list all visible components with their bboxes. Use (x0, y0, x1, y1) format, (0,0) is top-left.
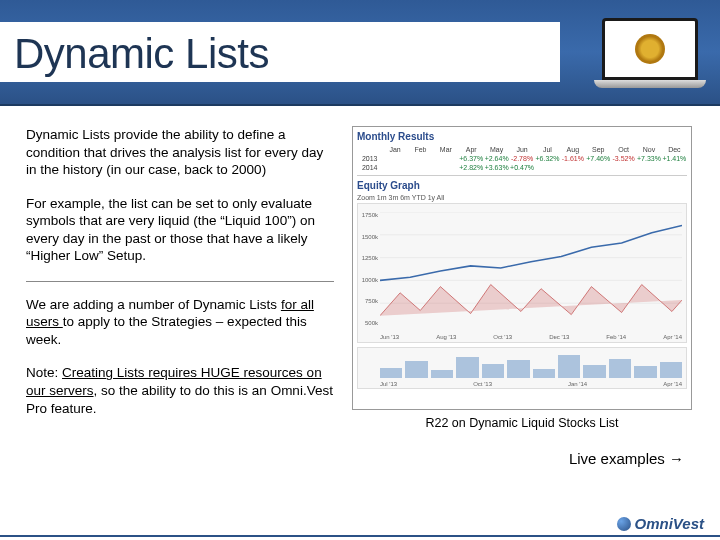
volume-x-axis: Jul '13Oct '13 Jan '14Apr '14 (380, 381, 682, 387)
invested-series (380, 285, 682, 316)
laptop-icon (594, 18, 706, 94)
volume-bar-chart: Jul '13Oct '13 Jan '14Apr '14 (357, 347, 687, 389)
slide-header: Dynamic Lists (0, 0, 720, 106)
chart-caption: R22 on Dynamic Liquid Stocks List (352, 416, 692, 430)
equity-line-chart: 1750k1500k 1250k1000k 750k500k (357, 203, 687, 343)
monthly-results-label: Monthly Results (357, 131, 687, 142)
table-row: 2013 +6.37%+2.64% -2.78%+6.32% -1.61%+7.… (357, 154, 687, 163)
paragraph-intro: Dynamic Lists provide the ability to def… (26, 126, 334, 179)
paragraph-example: For example, the list can be set to only… (26, 195, 334, 265)
footer-divider (0, 535, 720, 537)
brand-text: OmniVest (635, 515, 704, 532)
y-axis: 1750k1500k 1250k1000k 750k500k (360, 212, 378, 326)
equity-graph-label: Equity Graph (357, 180, 687, 191)
chart-column: Monthly Results JanFebMar AprMayJun JulA… (352, 126, 692, 467)
volume-bars (380, 352, 682, 378)
paragraph-note: Note: Creating Lists requires HUGE resou… (26, 364, 334, 417)
globe-icon (617, 517, 631, 531)
page-title: Dynamic Lists (14, 30, 269, 78)
divider (26, 281, 334, 282)
equity-svg (380, 212, 682, 326)
award-ribbon-icon (635, 34, 665, 64)
monthly-results-table: JanFebMar AprMayJun JulAugSep OctNovDec … (357, 145, 687, 176)
paragraph-announce: We are adding a number of Dynamic Lists … (26, 296, 334, 349)
table-header-row: JanFebMar AprMayJun JulAugSep OctNovDec (357, 145, 687, 154)
equity-series-line (380, 225, 682, 280)
table-row: 2014 +2.82%+3.63% +0.47% (357, 163, 687, 172)
text-column: Dynamic Lists provide the ability to def… (26, 126, 334, 467)
brand-logo: OmniVest (617, 515, 704, 532)
chart-screenshot: Monthly Results JanFebMar AprMayJun JulA… (352, 126, 692, 410)
content-area: Dynamic Lists provide the ability to def… (0, 106, 720, 467)
live-examples-link[interactable]: Live examples → (352, 450, 692, 467)
x-axis: Jun '13Aug '13 Oct '13Dec '13 Feb '14Apr… (380, 334, 682, 340)
zoom-controls: Zoom 1m 3m 6m YTD 1y All (357, 194, 687, 201)
